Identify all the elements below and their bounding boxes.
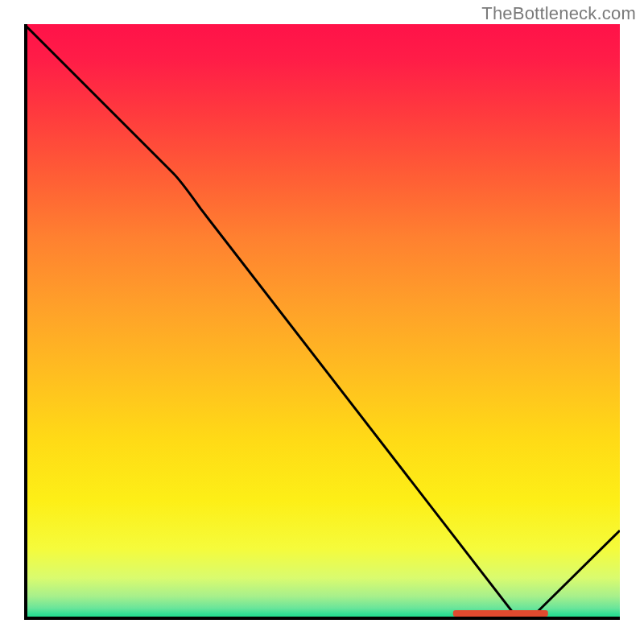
attribution-text: TheBottleneck.com [481, 3, 636, 24]
bottleneck-curve [24, 24, 620, 620]
optimal-range-marker [453, 610, 548, 617]
chart-container: TheBottleneck.com [0, 0, 644, 644]
plot-area [24, 24, 620, 620]
